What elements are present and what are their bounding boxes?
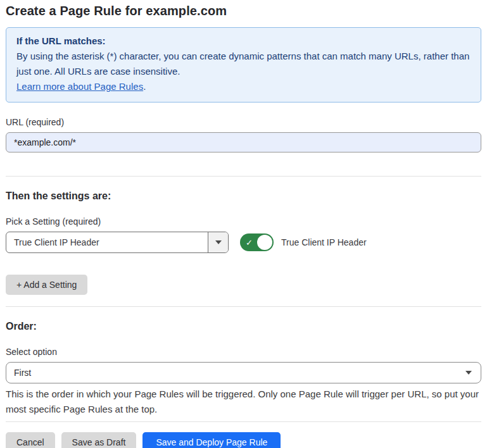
info-box-body: By using the asterisk (*) character, you…: [16, 49, 471, 79]
order-help-text: This is the order in which your Page Rul…: [6, 387, 481, 417]
caret-down-icon: [215, 240, 222, 244]
setting-select-value: True Client IP Header: [6, 232, 208, 252]
divider: [6, 421, 481, 422]
add-setting-button[interactable]: + Add a Setting: [6, 275, 87, 295]
save-as-draft-button[interactable]: Save as Draft: [61, 432, 137, 448]
setting-picker-label: Pick a Setting (required): [6, 216, 481, 227]
toggle-knob: [257, 235, 272, 250]
order-select[interactable]: First: [6, 362, 481, 383]
order-select-label: Select option: [6, 347, 481, 357]
learn-more-link[interactable]: Learn more about Page Rules: [16, 81, 143, 92]
page-title: Create a Page Rule for example.com: [6, 4, 481, 18]
divider: [6, 306, 481, 307]
order-section-heading: Order:: [6, 321, 481, 332]
setting-select[interactable]: True Client IP Header: [6, 232, 229, 253]
true-client-ip-toggle[interactable]: ✓: [240, 233, 274, 251]
cancel-button[interactable]: Cancel: [6, 432, 55, 448]
caret-down-icon: [465, 371, 472, 375]
divider: [6, 176, 481, 177]
settings-section-heading: Then the settings are:: [6, 190, 481, 202]
url-input[interactable]: [6, 132, 481, 152]
setting-select-arrow-button[interactable]: [208, 232, 228, 252]
check-icon: ✓: [246, 239, 253, 247]
info-box-link-line: Learn more about Page Rules.: [16, 79, 471, 94]
info-box-heading: If the URL matches:: [16, 34, 471, 49]
toggle-label: True Client IP Header: [281, 237, 367, 247]
link-period: .: [143, 81, 146, 92]
save-and-deploy-button[interactable]: Save and Deploy Page Rule: [142, 432, 281, 448]
page-rule-form: Create a Page Rule for example.com If th…: [0, 4, 487, 448]
setting-row: True Client IP Header ✓ True Client IP H…: [6, 232, 481, 253]
order-select-value: First: [14, 368, 31, 378]
url-field-label: URL (required): [6, 117, 481, 127]
setting-toggle-group: ✓ True Client IP Header: [240, 233, 367, 251]
url-match-info-box: If the URL matches: By using the asteris…: [6, 27, 481, 103]
footer-buttons: Cancel Save as Draft Save and Deploy Pag…: [6, 432, 481, 448]
